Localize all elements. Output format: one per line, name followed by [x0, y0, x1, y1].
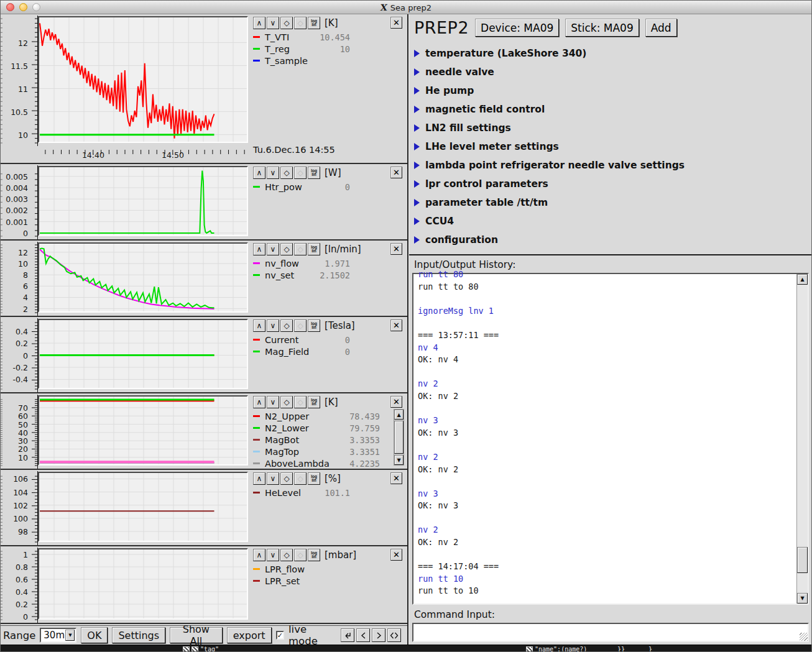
scroll-down-icon[interactable]: ▼	[797, 593, 808, 604]
tree-item-configuration[interactable]: configuration	[414, 231, 808, 249]
autoscale-once-button[interactable]: ◇	[294, 472, 307, 485]
scale-down-button[interactable]: ∨	[267, 167, 279, 179]
autoscale-button[interactable]: ◇	[280, 319, 293, 332]
scale-up-button[interactable]: ∧	[253, 549, 265, 561]
triangle-right-icon[interactable]	[414, 180, 420, 188]
add-button[interactable]: Add	[645, 19, 677, 37]
y-axis: 24681012	[1, 241, 38, 316]
scroll-down-icon[interactable]: ▼	[394, 455, 404, 465]
scale-up-button[interactable]: ∧	[253, 243, 265, 255]
autoscale-once-button[interactable]: ◇	[294, 319, 307, 332]
triangle-right-icon[interactable]	[414, 68, 420, 76]
autoscale-once-button[interactable]: ◇	[294, 396, 307, 408]
autoscale-button[interactable]: ◇	[280, 17, 293, 29]
triangle-right-icon[interactable]	[414, 162, 420, 169]
triangle-right-icon[interactable]	[414, 143, 420, 150]
scale-up-button[interactable]: ∧	[253, 472, 265, 485]
background-window-fragment: }}	[617, 646, 625, 652]
log-lin-toggle-button[interactable]: loglin	[308, 17, 320, 29]
autoscale-button[interactable]: ◇	[280, 243, 293, 255]
stick-button[interactable]: Stick: MA09	[565, 19, 639, 37]
tree-item-parameter[interactable]: parameter table /tt/tm	[414, 193, 808, 212]
show-all-button[interactable]: Show All	[170, 627, 223, 643]
log-lin-toggle-button[interactable]: loglin	[308, 167, 320, 179]
scrollbar-thumb[interactable]	[394, 421, 404, 454]
range-select[interactable]: 30m ▼	[40, 628, 76, 643]
y-tick-label: 10.5	[11, 107, 28, 116]
close-chart-button[interactable]: ✕	[390, 243, 402, 255]
log-lin-toggle-button[interactable]: loglin	[308, 549, 320, 561]
log-lin-toggle-button[interactable]: loglin	[308, 472, 320, 485]
chevron-down-icon[interactable]: ▼	[65, 630, 75, 641]
legend-series-name: MagBot	[265, 435, 344, 445]
legend-scrollbar[interactable]: ▲▼	[394, 409, 404, 466]
autoscale-once-button[interactable]: ◇	[294, 17, 307, 29]
scrollbar-track[interactable]	[797, 285, 808, 593]
scale-up-button[interactable]: ∧	[253, 319, 265, 332]
close-chart-button[interactable]: ✕	[390, 17, 402, 29]
autoscale-once-button[interactable]: ◇	[294, 549, 307, 561]
expand-range-button[interactable]	[387, 628, 401, 642]
triangle-right-icon[interactable]	[414, 50, 420, 57]
triangle-right-icon[interactable]	[414, 236, 420, 244]
device-button[interactable]: Device: MA09	[475, 19, 559, 37]
triangle-right-icon[interactable]	[414, 87, 420, 94]
live-mode-checkbox[interactable]: ✓	[276, 631, 284, 640]
scale-down-button[interactable]: ∨	[267, 319, 279, 332]
scroll-left-button[interactable]	[356, 628, 370, 642]
tree-item-magnetic[interactable]: magnetic field control	[414, 100, 808, 119]
reload-button[interactable]	[341, 628, 354, 642]
autoscale-once-button[interactable]: ◇	[294, 167, 307, 179]
tree-item-lpr[interactable]: lpr control parameters	[414, 175, 808, 193]
tree-item-needle[interactable]: needle valve	[414, 63, 808, 81]
log-lin-toggle-button[interactable]: loglin	[308, 396, 320, 408]
tree-item-lambda[interactable]: lambda point refrigerator needle valve s…	[414, 156, 808, 175]
scroll-up-icon[interactable]: ▲	[797, 274, 808, 285]
scrollbar-track[interactable]	[394, 420, 404, 455]
io-history-scrollbar[interactable]: ▲ ▼	[796, 274, 808, 604]
scrollbar-thumb[interactable]	[797, 547, 808, 573]
io-history-text[interactable]: run tt 80run tt to 80 ignoreMsg lnv 1 ==…	[413, 269, 796, 604]
close-chart-button[interactable]: ✕	[390, 167, 402, 178]
legend-series-value: 4.2235	[344, 459, 380, 469]
scale-up-button[interactable]: ∧	[253, 167, 265, 179]
scale-down-button[interactable]: ∨	[267, 472, 279, 485]
close-chart-button[interactable]: ✕	[390, 319, 402, 331]
scale-down-button[interactable]: ∨	[267, 396, 279, 408]
autoscale-button[interactable]: ◇	[280, 472, 293, 485]
autoscale-button[interactable]: ◇	[280, 549, 293, 561]
resize-grip-icon[interactable]	[800, 633, 808, 641]
close-chart-button[interactable]: ✕	[390, 396, 402, 408]
plot-area	[38, 472, 248, 542]
ok-button[interactable]: OK	[81, 627, 108, 643]
tree-item-ccu4[interactable]: CCU4	[414, 212, 808, 231]
triangle-right-icon[interactable]	[414, 199, 420, 206]
log-lin-toggle-button[interactable]: loglin	[308, 319, 320, 332]
triangle-right-icon[interactable]	[414, 218, 420, 225]
close-chart-button[interactable]: ✕	[390, 549, 402, 561]
scroll-right-button[interactable]	[372, 628, 385, 642]
tree-item-ln2[interactable]: LN2 fill settings	[414, 119, 808, 137]
y-tick-label: 0.002	[6, 206, 28, 215]
autoscale-button[interactable]: ◇	[280, 396, 293, 408]
scroll-up-icon[interactable]: ▲	[394, 410, 404, 420]
triangle-right-icon[interactable]	[414, 124, 420, 132]
command-input-field[interactable]	[413, 624, 808, 641]
scale-up-button[interactable]: ∧	[253, 396, 265, 408]
scale-up-button[interactable]: ∧	[253, 17, 265, 29]
legend-item-magtop: MagTop 3.3351	[253, 446, 405, 457]
tree-item-lhe[interactable]: LHe level meter settings	[414, 137, 808, 156]
scale-down-button[interactable]: ∨	[267, 243, 279, 255]
triangle-right-icon[interactable]	[414, 106, 420, 113]
y-tick-label: -0.4	[13, 375, 28, 384]
tree-item-he[interactable]: He pump	[414, 81, 808, 100]
scale-down-button[interactable]: ∨	[267, 17, 279, 29]
log-lin-toggle-button[interactable]: loglin	[308, 243, 320, 255]
settings-button[interactable]: Settings	[112, 627, 165, 643]
close-chart-button[interactable]: ✕	[390, 472, 402, 484]
tree-item-temperature[interactable]: temperature (LakeShore 340)	[414, 44, 808, 63]
scale-down-button[interactable]: ∨	[267, 549, 279, 561]
autoscale-button[interactable]: ◇	[280, 167, 293, 179]
autoscale-once-button[interactable]: ◇	[294, 243, 307, 255]
export-button[interactable]: export	[227, 627, 272, 643]
